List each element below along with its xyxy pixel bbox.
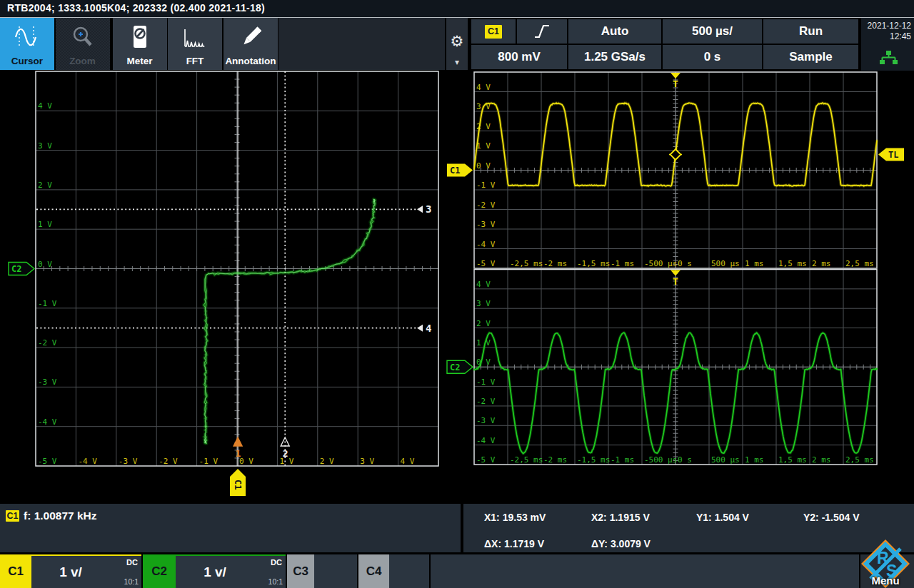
cursor-dx-readout: ΔX: 1.1719 V [484,538,544,549]
zoom-button-label: Zoom [56,56,110,66]
annotation-button[interactable]: Annotation [224,18,278,70]
toolbar-spacer [278,18,445,70]
meter-multimeter-icon [113,23,167,51]
channel3-panel[interactable] [314,554,357,588]
cursor-x2-readout: X2: 1.1915 V [591,512,650,523]
trigger-mode-value: Auto [601,24,629,39]
annotation-pencil-icon [224,23,278,51]
svg-text:1 ms: 1 ms [745,259,764,268]
device-title: RTB2004; 1333.1005K04; 202332 (02.400 20… [7,2,265,14]
channel2-panel[interactable]: 1 v/ DC 10:1 [176,554,286,588]
svg-text:-2 ms: -2 ms [543,259,567,268]
svg-text:0 s: 0 s [678,259,692,268]
xy-trace-glow [204,199,375,443]
time-value: 12:45 [890,31,911,41]
collapse-chevron-icon: ▾ [446,57,468,67]
cursor-waveform-icon [0,23,54,51]
sample-rate-value: 1.25 GSa/s [584,50,646,64]
meter-button[interactable]: Meter [113,18,167,70]
svg-text:2: 2 [283,448,288,459]
fft-button-label: FFT [168,56,222,66]
channel1-panel[interactable]: 1 v/ DC 10:1 [31,554,141,588]
channel3-badge[interactable]: C3 [287,554,314,588]
fft-button[interactable]: FFT [168,18,222,70]
svg-text:-1,5 ms: -1,5 ms [577,259,610,268]
svg-text:3: 3 [426,203,431,215]
svg-text:C1: C1 [233,480,243,490]
menu-label[interactable]: Menu [861,574,910,587]
svg-text:-1,5 ms: -1,5 ms [577,455,610,465]
svg-text:T: T [673,276,678,287]
svg-text:C2: C2 [11,264,21,274]
cursor-y1-readout: Y1: 1.504 V [696,512,749,523]
svg-text:2 ms: 2 ms [812,259,831,268]
horizontal-position-cell[interactable]: 0 s [663,45,762,69]
ch2-axis-labels: 4 V3 V2 V1 V0 V-1 V-2 V-3 V-4 V-5 V-2,5 … [476,280,874,465]
channel4-panel[interactable] [389,554,429,588]
svg-text:-5 V: -5 V [38,457,57,466]
sample-rate-cell[interactable]: 1.25 GSa/s [568,45,661,69]
settings-gear-button[interactable]: ⚙ ▾ [446,18,468,70]
xy-graticule [36,71,438,466]
channel1-badge[interactable]: C1 [0,554,31,588]
svg-text:-1 V: -1 V [476,377,496,387]
channel-bar-spacer-panel [431,554,859,588]
date-value: 2021-12-12 [868,21,911,31]
svg-text:0 V: 0 V [38,260,52,269]
trigger-slope-icon [533,23,551,40]
svg-text:-1 ms: -1 ms [611,455,634,465]
oscilloscope-screen: RTB2004; 1333.1005K04; 202332 (02.400 20… [0,0,914,588]
svg-text:T: T [673,78,678,89]
channel1-probe: 10:1 [124,577,139,586]
annotation-button-label: Annotation [224,56,278,66]
svg-text:2 ms: 2 ms [812,455,831,465]
channel2-scale: 1 v/ [176,556,254,588]
svg-text:2,5 ms: 2,5 ms [845,455,874,465]
svg-text:0 V: 0 V [476,161,491,171]
trigger-source-cell[interactable]: C1 [471,19,516,44]
waveform-display-area[interactable]: 4 V3 V2 V1 V0 V-1 V-2 V-3 V-4 V-5 V-4 V-… [0,71,914,504]
ch2-graticule [474,270,877,465]
svg-text:1 ms: 1 ms [745,455,764,465]
channel-bar: C1 1 v/ DC 10:1 C2 1 v/ DC 10:1 C3 C4 [0,554,914,588]
trigger-source-badge: C1 [485,25,502,39]
svg-text:-4 V: -4 V [476,436,496,445]
svg-text:3 V: 3 V [38,141,52,151]
cursor-x1-readout: X1: 19.53 mV [484,512,546,523]
timebase-value: 500 µs/ [692,24,733,39]
acquire-mode-cell[interactable]: Sample [763,45,858,69]
trigger-level-cell[interactable]: 800 mV [471,45,567,69]
svg-text:500 µs: 500 µs [711,259,740,268]
title-bar: RTB2004; 1333.1005K04; 202332 (02.400 20… [0,0,914,18]
svg-text:C1: C1 [450,166,460,176]
channel1-scale: 1 v/ [31,556,110,588]
svg-text:2 V: 2 V [476,319,491,328]
zoom-magnifier-icon [56,23,110,51]
svg-text:1: 1 [236,448,241,459]
trigger-mode-cell[interactable]: Auto [568,19,661,44]
svg-text:-1 V: -1 V [199,457,219,466]
svg-text:-2 V: -2 V [38,338,57,348]
svg-text:2 V: 2 V [38,181,52,190]
timebase-cell[interactable]: 500 µs/ [663,19,762,44]
svg-text:-5 V: -5 V [476,455,496,465]
network-lan-icon [878,51,898,65]
cursor-dy-readout: ΔY: 3.0079 V [591,538,651,549]
svg-text:-2 V: -2 V [159,457,178,466]
zoom-button[interactable]: Zoom [56,18,110,70]
svg-text:-2 V: -2 V [476,397,496,406]
cursor-button[interactable]: Cursor [0,18,54,70]
trigger-slope-cell[interactable] [517,19,567,44]
svg-text:3 V: 3 V [360,457,374,466]
svg-text:-4 V: -4 V [476,240,496,249]
fft-spectrum-icon [168,23,222,51]
channel4-badge[interactable]: C4 [358,554,389,588]
xy-trace-core [204,199,375,443]
datetime-panel[interactable]: 2021-12-12 12:45 [861,18,914,71]
frequency-measurement: f: 1.00877 kHz [24,510,97,522]
svg-text:-500 µs: -500 µs [644,259,677,268]
channel2-badge[interactable]: C2 [143,554,176,588]
svg-text:-3 V: -3 V [476,416,496,425]
svg-text:-3 V: -3 V [119,457,138,466]
run-state-cell[interactable]: Run [763,19,858,44]
